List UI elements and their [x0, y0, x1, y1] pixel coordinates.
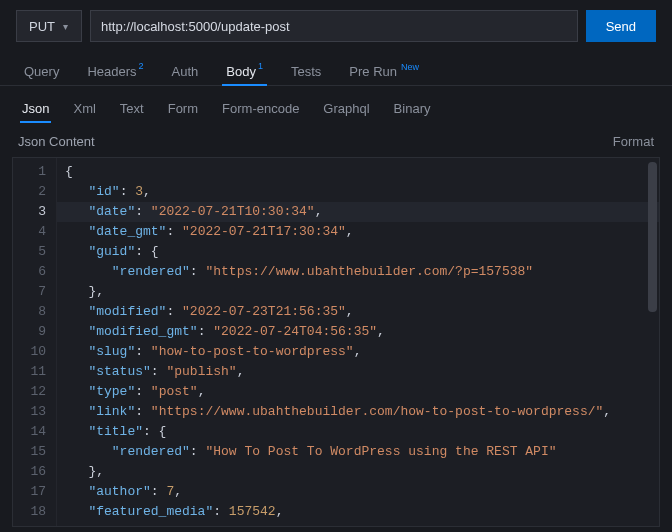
code-line[interactable]: "modified_gmt": "2022-07-24T04:56:35",: [65, 322, 611, 342]
code-line[interactable]: "rendered": "How To Post To WordPress us…: [65, 442, 611, 462]
subtab-text[interactable]: Text: [118, 97, 146, 122]
headers-count-badge: 2: [139, 62, 144, 71]
line-number: 5: [19, 242, 46, 262]
code-line[interactable]: "id": 3,: [65, 182, 611, 202]
url-input[interactable]: [90, 10, 578, 42]
line-number: 16: [19, 462, 46, 482]
subtab-form-encode[interactable]: Form-encode: [220, 97, 301, 122]
tab-prerun[interactable]: Pre RunNew: [345, 58, 423, 85]
line-number: 3: [19, 202, 46, 222]
code-line[interactable]: {: [65, 162, 611, 182]
tab-headers[interactable]: Headers2: [83, 58, 147, 85]
content-title: Json Content: [18, 134, 95, 149]
line-number: 15: [19, 442, 46, 462]
line-number: 4: [19, 222, 46, 242]
chevron-down-icon: ▾: [63, 21, 68, 32]
code-line[interactable]: "featured_media": 157542,: [65, 502, 611, 522]
code-line[interactable]: "type": "post",: [65, 382, 611, 402]
line-number: 11: [19, 362, 46, 382]
json-editor[interactable]: 123456789101112131415161718 { "id": 3, "…: [12, 157, 660, 527]
subtab-json[interactable]: Json: [20, 97, 51, 122]
line-number: 8: [19, 302, 46, 322]
tab-body[interactable]: Body1: [222, 58, 267, 85]
line-number: 1: [19, 162, 46, 182]
code-line[interactable]: "link": "https://www.ubahthebuilder.com/…: [65, 402, 611, 422]
code-line[interactable]: "date_gmt": "2022-07-21T17:30:34",: [65, 222, 611, 242]
method-value: PUT: [29, 19, 55, 34]
line-number: 12: [19, 382, 46, 402]
line-number: 6: [19, 262, 46, 282]
line-number: 13: [19, 402, 46, 422]
format-button[interactable]: Format: [613, 134, 654, 149]
code-line[interactable]: "status": "publish",: [65, 362, 611, 382]
line-number: 10: [19, 342, 46, 362]
method-select[interactable]: PUT ▾: [16, 10, 82, 42]
tab-auth[interactable]: Auth: [168, 58, 203, 85]
code-line[interactable]: "modified": "2022-07-23T21:56:35",: [65, 302, 611, 322]
line-number: 18: [19, 502, 46, 522]
subtab-xml[interactable]: Xml: [71, 97, 97, 122]
tab-tests[interactable]: Tests: [287, 58, 325, 85]
line-number: 9: [19, 322, 46, 342]
subtab-form[interactable]: Form: [166, 97, 200, 122]
body-type-tabs: Json Xml Text Form Form-encode Graphql B…: [0, 86, 672, 122]
line-number: 14: [19, 422, 46, 442]
request-tabs: Query Headers2 Auth Body1 Tests Pre RunN…: [0, 48, 672, 86]
line-number: 7: [19, 282, 46, 302]
subtab-graphql[interactable]: Graphql: [321, 97, 371, 122]
line-number: 2: [19, 182, 46, 202]
send-button[interactable]: Send: [586, 10, 656, 42]
code-line[interactable]: "title": {: [65, 422, 611, 442]
scrollbar-thumb[interactable]: [648, 162, 657, 312]
code-area[interactable]: { "id": 3, "date": "2022-07-21T10:30:34"…: [57, 158, 619, 526]
code-line[interactable]: "slug": "how-to-post-to-wordpress",: [65, 342, 611, 362]
code-line[interactable]: "guid": {: [65, 242, 611, 262]
tab-query[interactable]: Query: [20, 58, 63, 85]
line-number: 17: [19, 482, 46, 502]
line-gutter: 123456789101112131415161718: [13, 158, 57, 526]
new-badge: New: [401, 62, 419, 72]
code-line[interactable]: "rendered": "https://www.ubahthebuilder.…: [65, 262, 611, 282]
subtab-binary[interactable]: Binary: [392, 97, 433, 122]
code-line[interactable]: },: [65, 282, 611, 302]
code-line[interactable]: },: [65, 462, 611, 482]
body-count-badge: 1: [258, 62, 263, 71]
code-line[interactable]: "author": 7,: [65, 482, 611, 502]
code-line[interactable]: "date": "2022-07-21T10:30:34",: [57, 202, 660, 222]
